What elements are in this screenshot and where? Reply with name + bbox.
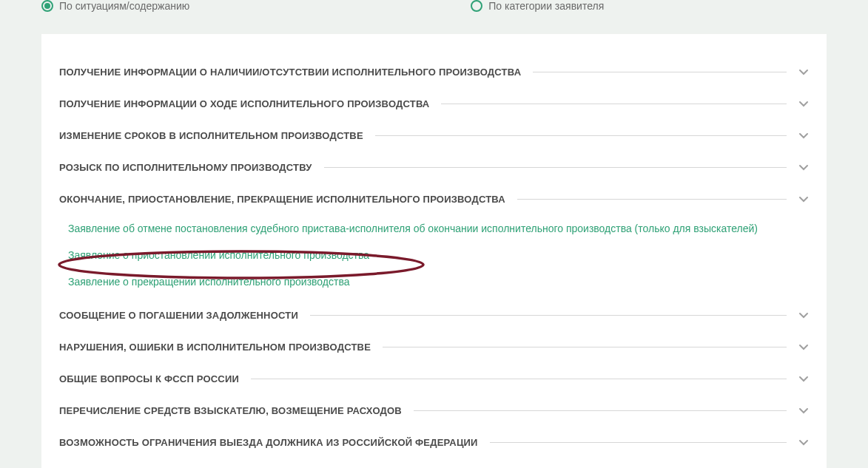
section-8[interactable]: ПЕРЕЧИСЛЕНИЕ СРЕДСТВ ВЗЫСКАТЕЛЮ, ВОЗМЕЩЕ… — [59, 395, 809, 427]
section-title: ИЗМЕНЕНИЕ СРОКОВ В ИСПОЛНИТЕЛЬНОМ ПРОИЗВ… — [59, 130, 375, 141]
chevron-down-icon — [798, 99, 809, 109]
divider-line — [251, 379, 787, 379]
section-2[interactable]: ИЗМЕНЕНИЕ СРОКОВ В ИСПОЛНИТЕЛЬНОМ ПРОИЗВ… — [59, 120, 809, 152]
chevron-down-icon — [798, 163, 809, 173]
sublink-cancel[interactable]: Заявление об отмене постановления судебн… — [68, 215, 809, 242]
chevron-down-icon — [798, 311, 809, 321]
divider-line — [414, 410, 787, 411]
divider-line — [441, 104, 787, 104]
chevron-down-icon — [798, 67, 809, 78]
section-4-expanded[interactable]: ОКОНЧАНИЕ, ПРИОСТАНОВЛЕНИЕ, ПРЕКРАЩЕНИЕ … — [59, 183, 809, 215]
divider-line — [324, 167, 787, 168]
section-title: ПОЛУЧЕНИЕ ИНФОРМАЦИИ О НАЛИЧИИ/ОТСУТСТВИ… — [59, 67, 533, 78]
section-title: СООБЩЕНИЕ О ПОГАШЕНИИ ЗАДОЛЖЕННОСТИ — [59, 310, 310, 321]
divider-line — [490, 442, 787, 443]
divider-line — [310, 315, 787, 316]
divider-line — [383, 347, 787, 347]
tab-situation-label: По ситуациям/содержанию — [59, 0, 189, 12]
section-title: НАРУШЕНИЯ, ОШИБКИ В ИСПОЛНИТЕЛЬНОМ ПРОИЗ… — [59, 342, 383, 353]
chevron-down-icon — [798, 438, 809, 448]
section-7[interactable]: ОБЩИЕ ВОПРОСЫ К ФССП РОССИИ — [59, 363, 809, 395]
divider-line — [517, 199, 787, 200]
tab-situation[interactable]: По ситуациям/содержанию — [41, 0, 189, 12]
tab-applicant[interactable]: По категории заявителя — [471, 0, 604, 12]
divider-line — [533, 72, 787, 72]
chevron-down-icon — [798, 131, 809, 141]
section-6[interactable]: НАРУШЕНИЯ, ОШИБКИ В ИСПОЛНИТЕЛЬНОМ ПРОИЗ… — [59, 331, 809, 363]
section-title: ОКОНЧАНИЕ, ПРИОСТАНОВЛЕНИЕ, ПРЕКРАЩЕНИЕ … — [59, 194, 517, 205]
section-9[interactable]: ВОЗМОЖНОСТЬ ОГРАНИЧЕНИЯ ВЫЕЗДА ДОЛЖНИКА … — [59, 427, 809, 458]
chevron-down-icon — [798, 406, 809, 416]
section-title: ОБЩИЕ ВОПРОСЫ К ФССП РОССИИ — [59, 373, 251, 384]
chevron-down-icon — [798, 342, 809, 353]
radio-icon-empty — [471, 0, 482, 12]
section-title: ПОЛУЧЕНИЕ ИНФОРМАЦИИ О ХОДЕ ИСПОЛНИТЕЛЬН… — [59, 98, 441, 109]
sublink-terminate[interactable]: Заявление о прекращении исполнительного … — [68, 268, 809, 295]
section-title: ВОЗМОЖНОСТЬ ОГРАНИЧЕНИЯ ВЫЕЗДА ДОЛЖНИКА … — [59, 437, 490, 448]
section-title: ПЕРЕЧИСЛЕНИЕ СРЕДСТВ ВЗЫСКАТЕЛЮ, ВОЗМЕЩЕ… — [59, 405, 414, 416]
sublinks-group: Заявление об отмене постановления судебн… — [59, 215, 809, 299]
section-1[interactable]: ПОЛУЧЕНИЕ ИНФОРМАЦИИ О ХОДЕ ИСПОЛНИТЕЛЬН… — [59, 88, 809, 120]
divider-line — [375, 135, 787, 136]
tab-applicant-label: По категории заявителя — [488, 0, 604, 12]
section-0[interactable]: ПОЛУЧЕНИЕ ИНФОРМАЦИИ О НАЛИЧИИ/ОТСУТСТВИ… — [59, 56, 809, 88]
main-panel: ПОЛУЧЕНИЕ ИНФОРМАЦИИ О НАЛИЧИИ/ОТСУТСТВИ… — [41, 34, 827, 468]
chevron-down-icon — [798, 374, 809, 384]
radio-icon-filled — [41, 0, 53, 12]
section-title: РОЗЫСК ПО ИСПОЛНИТЕЛЬНОМУ ПРОИЗВОДСТВУ — [59, 162, 324, 173]
chevron-down-icon — [798, 194, 809, 205]
section-5[interactable]: СООБЩЕНИЕ О ПОГАШЕНИИ ЗАДОЛЖЕННОСТИ — [59, 299, 809, 331]
section-3[interactable]: РОЗЫСК ПО ИСПОЛНИТЕЛЬНОМУ ПРОИЗВОДСТВУ — [59, 152, 809, 183]
sublink-suspend[interactable]: Заявление о приостановлении исполнительн… — [68, 242, 809, 268]
